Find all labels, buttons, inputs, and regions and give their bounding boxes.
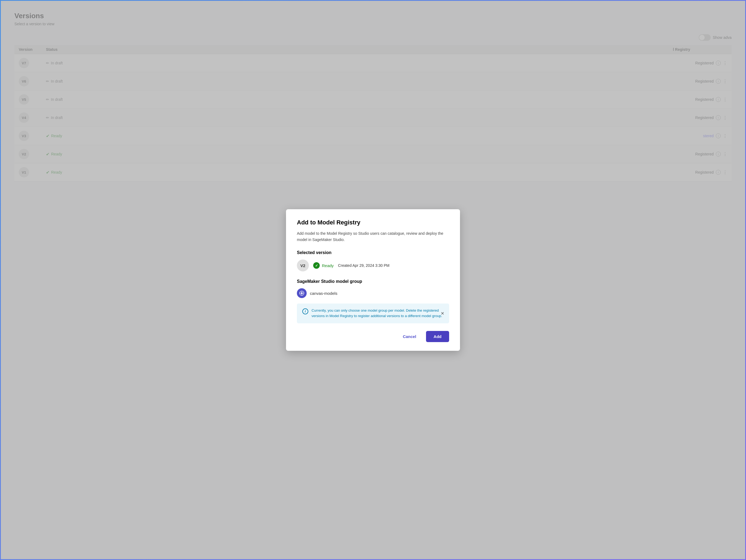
modal-description: Add model to the Model Registry so Studi…: [297, 230, 449, 243]
info-banner-text: Currently, you can only choose one model…: [312, 308, 444, 319]
created-date: Created Apr 29, 2024 3:30 PM: [338, 263, 389, 268]
modal-overlay: Add to Model Registry Add model to the M…: [1, 1, 745, 559]
add-to-model-registry-modal: Add to Model Registry Add model to the M…: [286, 209, 460, 351]
status-badge: Ready: [322, 263, 334, 268]
ready-status: Ready: [313, 262, 334, 269]
version-badge: V2: [297, 260, 309, 271]
add-button[interactable]: Add: [426, 331, 449, 342]
model-group-label: SageMaker Studio model group: [297, 279, 449, 284]
selected-version-row: V2 Ready Created Apr 29, 2024 3:30 PM: [297, 260, 449, 271]
modal-title: Add to Model Registry: [297, 219, 449, 226]
model-group-name: canvas-models: [310, 291, 337, 296]
modal-footer: Cancel Add: [297, 331, 449, 342]
cancel-button[interactable]: Cancel: [398, 331, 422, 342]
info-banner-close-button[interactable]: ✕: [440, 310, 445, 317]
model-group-row: canvas-models: [297, 288, 449, 298]
info-icon: [302, 308, 308, 314]
check-circle-icon: [313, 262, 320, 269]
model-group-section: SageMaker Studio model group canvas-mode…: [297, 279, 449, 298]
info-banner: Currently, you can only choose one model…: [297, 303, 449, 323]
selected-version-label: Selected version: [297, 250, 449, 255]
model-group-icon: [297, 288, 307, 298]
screen: Versions Select a version to view Show a…: [0, 0, 746, 560]
